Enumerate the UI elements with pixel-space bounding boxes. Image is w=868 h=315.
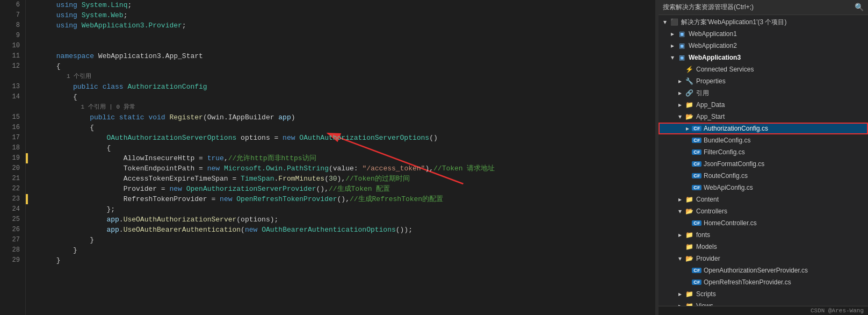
tree-item-label-connected: Connected Services bbox=[696, 66, 868, 73]
chevron-proj2[interactable]: ▸ bbox=[668, 42, 677, 49]
cs-icon: C# bbox=[692, 268, 701, 273]
chevron-properties[interactable]: ▸ bbox=[676, 77, 684, 85]
cs-icon: C# bbox=[692, 126, 701, 131]
solution-tree[interactable]: ▾⬛解决方案'WebApplication1'(3 个项目)▸▣WebAppli… bbox=[659, 15, 868, 306]
code-line: RefreshTokenProvider = new OpenRefreshTo… bbox=[31, 194, 655, 204]
tree-item-views[interactable]: ▸📁Views bbox=[659, 300, 868, 306]
code-line: using System.Linq; bbox=[31, 0, 655, 10]
folder-open-icon: 📂 bbox=[684, 113, 694, 120]
tree-item-label-jsonformatconfig: JsonFormatConfig.cs bbox=[704, 160, 868, 168]
tree-item-proj1[interactable]: ▸▣WebApplication1 bbox=[659, 28, 868, 40]
tree-item-label-models: Models bbox=[696, 243, 868, 250]
code-line: public static void Register(Owin.IAppBui… bbox=[31, 112, 655, 123]
folder-icon: 📁 bbox=[684, 101, 694, 109]
chevron-proj3[interactable]: ▾ bbox=[668, 54, 677, 61]
tree-item-label-provider: Provider bbox=[696, 255, 868, 262]
cs-icon: C# bbox=[692, 161, 701, 167]
search-icon[interactable]: 🔍 bbox=[855, 3, 864, 12]
code-line: public class AuthorizationConfig bbox=[31, 82, 655, 92]
cs-icon: C# bbox=[692, 173, 701, 178]
code-line bbox=[31, 41, 655, 51]
tree-item-content[interactable]: ▸📁Content bbox=[659, 194, 868, 205]
tree-item-properties[interactable]: ▸🔧Properties bbox=[659, 75, 868, 87]
folder-icon: 📁 bbox=[684, 290, 694, 298]
folder-open-icon: 📂 bbox=[684, 255, 694, 262]
tree-item-label-views: Views bbox=[696, 302, 868, 306]
ref-icon: 🔗 bbox=[684, 89, 694, 97]
code-line: using System.Web; bbox=[31, 10, 655, 20]
chevron-solution[interactable]: ▾ bbox=[661, 18, 669, 26]
tree-item-openrefreshtokenprovider[interactable]: C#OpenRefreshTokenProvider.cs bbox=[659, 276, 868, 288]
tree-item-app_data[interactable]: ▸📁App_Data bbox=[659, 99, 868, 111]
code-line: OAuthAuthorizationServerOptions options … bbox=[31, 133, 655, 143]
folder-icon: 📁 bbox=[684, 243, 694, 250]
code-line: { bbox=[31, 61, 655, 71]
chevron-authconfig[interactable]: ▸ bbox=[683, 125, 692, 132]
code-line: app.UseOAuthAuthorizationServer(options)… bbox=[31, 214, 655, 225]
tree-item-bundleconfig[interactable]: C#BundleConfig.cs bbox=[659, 134, 868, 146]
code-content[interactable]: using System.Linq; using System.Web; usi… bbox=[26, 0, 655, 315]
tree-item-label-content: Content bbox=[696, 196, 868, 203]
solution-footer: CSDN @Ares-Wang bbox=[659, 306, 868, 315]
tree-item-routeconfig[interactable]: C#RouteConfig.cs bbox=[659, 170, 868, 182]
tree-item-label-homecontroller: HomeController.cs bbox=[704, 219, 868, 227]
tree-item-label-scripts: Scripts bbox=[696, 290, 868, 298]
tree-item-provider[interactable]: ▾📂Provider bbox=[659, 253, 868, 264]
code-line: app.UseOAuthBearerAuthentication(new OAu… bbox=[31, 225, 655, 235]
tree-item-label-routeconfig: RouteConfig.cs bbox=[704, 172, 868, 180]
cs-icon: C# bbox=[692, 220, 701, 226]
solution-panel: 搜索解决方案资源管理器(Ctrl+;) 🔍 ▾⬛解决方案'WebApplicat… bbox=[659, 0, 868, 315]
code-line: { bbox=[31, 92, 655, 102]
tree-item-label-properties: Properties bbox=[696, 77, 868, 85]
tree-item-jsonformatconfig[interactable]: C#JsonFormatConfig.cs bbox=[659, 158, 868, 170]
tree-item-label-app_data: App_Data bbox=[696, 101, 868, 109]
tree-item-label-proj3: WebApplication3 bbox=[689, 54, 868, 61]
tree-item-webapiconfig[interactable]: C#WebApiConfig.cs bbox=[659, 182, 868, 194]
tree-item-label-app_start: App_Start bbox=[696, 113, 868, 120]
tree-item-authconfig[interactable]: ▸C#AuthorizationConfig.cs bbox=[659, 123, 868, 134]
tree-item-connected[interactable]: ⚡Connected Services bbox=[659, 63, 868, 75]
tree-item-label-bundleconfig: BundleConfig.cs bbox=[704, 137, 868, 144]
chevron-controllers[interactable]: ▾ bbox=[676, 207, 684, 215]
chevron-scripts[interactable]: ▸ bbox=[676, 290, 684, 298]
chevron-provider[interactable]: ▾ bbox=[676, 255, 684, 262]
code-line: AccessTokenExpireTimeSpan = TimeSpan.Fro… bbox=[31, 174, 655, 184]
folder-open-icon: 📂 bbox=[684, 207, 694, 215]
chevron-fonts[interactable]: ▸ bbox=[676, 231, 684, 239]
solution-explorer-header: 搜索解决方案资源管理器(Ctrl+;) 🔍 bbox=[659, 0, 868, 15]
tree-item-app_start[interactable]: ▾📂App_Start bbox=[659, 111, 868, 123]
tree-item-models[interactable]: 📁Models bbox=[659, 241, 868, 253]
tree-item-fonts[interactable]: ▸📁fonts bbox=[659, 229, 868, 241]
cs-icon: C# bbox=[692, 185, 701, 190]
code-line: Provider = new OpenAuthorizationServerPr… bbox=[31, 184, 655, 194]
editor-panel: 6789101112 1314 151617181920212223242526… bbox=[0, 0, 655, 315]
tree-item-openauthprovider[interactable]: C#OpenAuthorizationServerProvider.cs bbox=[659, 264, 868, 276]
tree-item-solution[interactable]: ▾⬛解决方案'WebApplication1'(3 个项目) bbox=[659, 16, 868, 28]
properties-icon: 🔧 bbox=[684, 77, 694, 85]
cs-icon: C# bbox=[692, 138, 701, 143]
tree-item-scripts[interactable]: ▸📁Scripts bbox=[659, 288, 868, 300]
tree-item-proj3[interactable]: ▾▣WebApplication3 bbox=[659, 52, 868, 63]
project-icon: ▣ bbox=[677, 42, 686, 49]
tree-item-references[interactable]: ▸🔗引用 bbox=[659, 87, 868, 99]
folder-icon: 📁 bbox=[684, 302, 694, 306]
chevron-app_data[interactable]: ▸ bbox=[676, 101, 684, 109]
tree-item-label-filterconfig: FilterConfig.cs bbox=[704, 148, 868, 156]
tree-item-label-references: 引用 bbox=[696, 89, 868, 98]
tree-item-controllers[interactable]: ▾📂Controllers bbox=[659, 205, 868, 217]
tree-item-filterconfig[interactable]: C#FilterConfig.cs bbox=[659, 146, 868, 158]
chevron-content[interactable]: ▸ bbox=[676, 196, 684, 203]
connected-icon: ⚡ bbox=[684, 66, 694, 73]
tree-item-homecontroller[interactable]: C#HomeController.cs bbox=[659, 217, 868, 229]
code-line: } bbox=[31, 245, 655, 255]
tree-item-label-solution: 解决方案'WebApplication1'(3 个项目) bbox=[681, 18, 868, 27]
chevron-views[interactable]: ▸ bbox=[676, 302, 684, 306]
chevron-app_start[interactable]: ▾ bbox=[676, 113, 684, 120]
tree-item-label-authconfig: AuthorizationConfig.cs bbox=[704, 125, 868, 132]
tree-item-proj2[interactable]: ▸▣WebApplication2 bbox=[659, 40, 868, 52]
code-line: namespace WebApplication3.App_Start bbox=[31, 51, 655, 61]
code-line: }; bbox=[31, 204, 655, 214]
chevron-proj1[interactable]: ▸ bbox=[668, 30, 677, 38]
chevron-references[interactable]: ▸ bbox=[676, 89, 684, 97]
code-line: { bbox=[31, 143, 655, 153]
